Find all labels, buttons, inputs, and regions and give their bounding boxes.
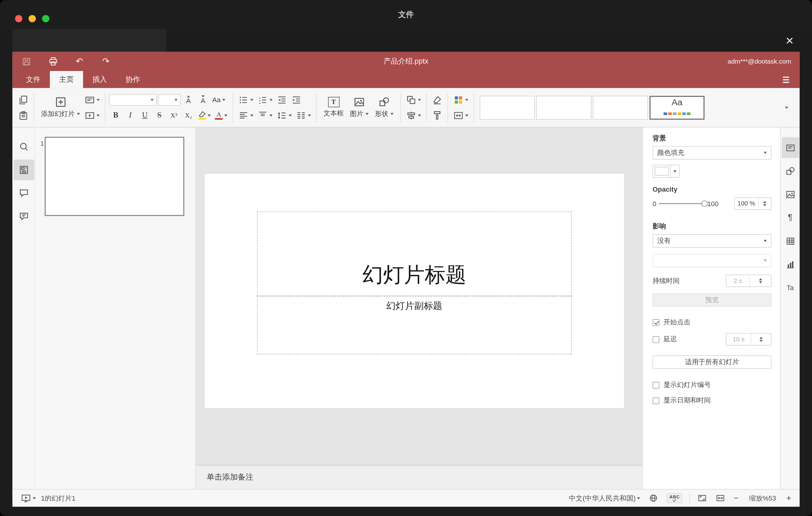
underline-button[interactable]: U [138,109,152,122]
slide-size-button[interactable] [452,109,470,122]
textart-settings-button[interactable]: Ta [782,277,799,298]
slide-settings-button[interactable] [782,137,799,158]
shape-icon [378,96,390,108]
apply-to-all-slides-button[interactable]: 适用于所有幻灯片 [652,355,771,369]
start-slideshow-status-button[interactable] [20,492,37,504]
arrange-shape-button[interactable] [404,93,423,107]
highlight-color-button[interactable] [196,109,212,122]
chart-settings-button[interactable] [782,254,799,275]
line-spacing-button[interactable] [275,109,293,122]
spinner-up-icon[interactable] [759,337,763,339]
change-case-button[interactable]: Aa [211,93,227,107]
columns-button[interactable] [294,109,313,122]
spinner-down-icon[interactable] [759,340,763,342]
shape-settings-button[interactable] [782,161,799,181]
effect-type-select[interactable] [652,254,771,267]
duration-spinner[interactable]: 2 s [726,275,772,287]
numbering-button[interactable] [256,93,274,107]
show-slide-number-checkbox[interactable]: 显示幻灯片编号 [652,380,771,390]
document-language-button[interactable] [647,492,660,504]
delay-spinner[interactable]: 10 s [726,333,772,345]
decrease-font-button[interactable]: A [196,93,210,107]
table-settings-button[interactable] [782,231,799,251]
font-name-select[interactable] [109,94,157,106]
theme-option-selected[interactable]: Aa [649,96,704,119]
add-slide-button[interactable]: 添加幻灯片 [38,93,83,122]
tab-insert[interactable]: 插入 [83,71,116,88]
spellcheck-button[interactable]: ABC [666,492,683,504]
title-placeholder[interactable]: 幻灯片标题 [257,211,572,296]
horizontal-align-button[interactable] [237,109,255,122]
font-color-button[interactable]: A [213,109,229,122]
document-title: 产品介绍.pptx [12,57,799,66]
fit-to-slide-button[interactable] [696,492,708,504]
tab-home[interactable]: 主页 [50,71,83,88]
increase-indent-button[interactable] [290,93,303,107]
bullets-button[interactable] [237,93,255,107]
image-settings-button[interactable] [782,184,799,205]
spinner-up-icon[interactable] [759,278,762,280]
bold-button[interactable]: B [109,109,122,122]
slide-size-icon [453,110,464,121]
subscript-button[interactable]: X₂ [182,109,195,122]
theme-option-1[interactable] [480,96,535,119]
background-color-picker[interactable] [652,165,680,178]
insert-image-button[interactable]: 图片 [347,93,372,122]
spinner-down-icon[interactable] [763,204,766,206]
copy-style-button[interactable] [430,109,444,122]
redo-button[interactable]: ↷ [100,56,112,67]
slider-knob[interactable] [701,201,708,207]
subtitle-placeholder[interactable]: 幻灯片副标题 [257,296,572,354]
tab-file[interactable]: 文件 [17,71,50,88]
tab-collaboration[interactable]: 协作 [116,71,150,88]
vertical-align-button[interactable] [256,109,274,122]
start-slideshow-button[interactable] [83,109,101,122]
close-editor-button[interactable]: ✕ [782,33,797,49]
save-button[interactable] [21,56,32,67]
font-size-select[interactable] [158,94,181,106]
start-on-click-checkbox[interactable]: 开始点击 [652,318,771,327]
paragraph-settings-button[interactable]: ¶ [782,207,799,228]
theme-option-3[interactable] [593,96,648,119]
strikeout-button[interactable]: S [153,109,166,122]
superscript-button[interactable]: X² [167,109,181,122]
italic-button[interactable]: I [124,109,137,122]
undo-button[interactable]: ↶ [74,56,85,67]
paste-button[interactable] [17,109,30,122]
decrease-indent-icon [277,94,287,105]
theme-gallery-expand-button[interactable] [780,101,793,114]
chat-panel-button[interactable] [13,206,34,227]
background-fill-select[interactable]: 颜色填充 [652,146,771,160]
insert-shape-button[interactable]: 形状 [372,93,397,122]
increase-font-button[interactable]: A [182,93,195,107]
align-shape-button[interactable] [404,109,423,122]
decrease-indent-button[interactable] [275,93,289,107]
effect-select[interactable]: 没有 [652,234,771,248]
print-button[interactable] [47,56,59,67]
menu-button[interactable] [780,74,792,85]
search-panel-button[interactable] [13,136,34,157]
presentation-editor: ↶ ↷ 产品介绍.pptx adm***@dootask.com 文件 主页 插… [12,52,799,507]
slides-panel-button[interactable] [13,160,34,180]
opacity-slider[interactable] [659,203,705,204]
slide-1[interactable]: 幻灯片标题 幻灯片副标题 [205,173,624,408]
fit-to-width-button[interactable] [715,492,727,504]
show-date-time-checkbox[interactable]: 显示日期和时间 [652,396,771,405]
clear-style-button[interactable] [430,93,444,107]
delay-checkbox[interactable]: 延迟 [652,335,677,344]
theme-option-2[interactable] [536,96,591,119]
copy-button[interactable] [17,93,30,107]
preview-button[interactable]: 预览 [652,293,771,307]
notes-area[interactable]: 单击添加备注 [196,465,642,489]
change-layout-button[interactable] [83,93,101,107]
language-select[interactable]: 中文(中华人民共和国) [568,492,641,504]
comments-panel-button[interactable] [13,183,34,204]
spinner-down-icon[interactable] [759,282,762,284]
text-box-button[interactable]: T 文本框 [320,93,347,122]
slide-thumbnail-1[interactable] [45,137,184,216]
spinner-up-icon[interactable] [763,201,766,203]
color-scheme-button[interactable] [452,93,470,107]
zoom-out-button[interactable]: − [733,492,740,504]
zoom-in-button[interactable]: + [785,492,792,504]
opacity-spinner[interactable]: 100 % [734,198,772,210]
